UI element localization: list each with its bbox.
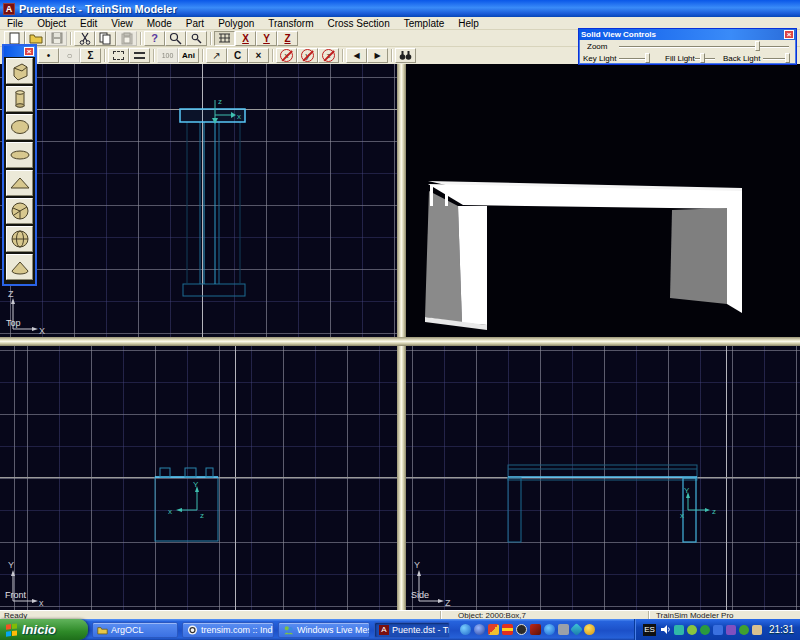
- back-light-slider-thumb[interactable]: [785, 53, 790, 63]
- start-button[interactable]: Inicio: [0, 619, 88, 640]
- create-globe-button[interactable]: [6, 226, 33, 252]
- animation-button[interactable]: Ani: [178, 48, 199, 63]
- select-region-button[interactable]: [108, 48, 129, 63]
- tray-icon[interactable]: [726, 625, 736, 635]
- find-button[interactable]: [395, 48, 416, 63]
- diamond-icon[interactable]: [570, 623, 583, 636]
- axis-y-button[interactable]: Y: [256, 31, 277, 46]
- internet-explorer-icon[interactable]: [544, 624, 555, 635]
- menu-view[interactable]: View: [104, 17, 140, 30]
- create-wedge-button[interactable]: [6, 170, 33, 196]
- menu-object[interactable]: Object: [30, 17, 73, 30]
- quick-launch-icon[interactable]: [558, 624, 569, 635]
- viewport-axis-v-label: Y: [8, 560, 14, 570]
- fill-light-slider-thumb[interactable]: [700, 53, 705, 63]
- viewport-splitter-horizontal[interactable]: [0, 337, 800, 346]
- solid-view-controls-close-button[interactable]: ×: [784, 30, 794, 39]
- taskbar-clock[interactable]: 21:31: [769, 624, 794, 635]
- title-bar[interactable]: A Puente.dst - TrainSim Modeler: [0, 0, 800, 17]
- flag-icon[interactable]: [502, 624, 513, 635]
- tray-icon[interactable]: [687, 625, 697, 635]
- palette-close-button[interactable]: ×: [24, 47, 34, 56]
- solid-view-controls-titlebar[interactable]: Solid View Controls ×: [579, 29, 796, 40]
- task-label: ArgOCL: [111, 625, 144, 635]
- scale-100-button[interactable]: 100: [157, 48, 178, 63]
- menu-file[interactable]: File: [0, 17, 30, 30]
- circle-button[interactable]: ○: [59, 48, 80, 63]
- menu-cross-section[interactable]: Cross Section: [320, 17, 396, 30]
- viewport-top[interactable]: z x Z Top X: [0, 64, 397, 337]
- binoculars-icon: [399, 50, 412, 61]
- rotate-tool-button[interactable]: C: [227, 48, 248, 63]
- gizmo-x-label: x: [168, 507, 172, 516]
- toolbar-separator: [67, 31, 74, 46]
- menu-transform[interactable]: Transform: [261, 17, 320, 30]
- align-button[interactable]: [129, 48, 150, 63]
- previous-button[interactable]: ◀: [346, 48, 367, 63]
- viewport-3d[interactable]: [406, 64, 800, 337]
- point-icon: •: [47, 50, 51, 61]
- task-button-trensim[interactable]: trensim.com :: Indice ...: [182, 622, 274, 638]
- create-cone-button[interactable]: [6, 254, 33, 280]
- task-label: trensim.com :: Indice ...: [201, 625, 274, 635]
- task-button-puente-active[interactable]: A Puente.dst - TrainSim...: [374, 622, 450, 638]
- create-sphere-button[interactable]: [6, 114, 33, 140]
- shape-palette-titlebar[interactable]: ×: [4, 46, 35, 57]
- create-box-button[interactable]: [6, 58, 33, 84]
- quick-launch-icon[interactable]: [530, 624, 541, 635]
- axis-y-label: Y: [263, 33, 270, 44]
- quick-launch-icon[interactable]: [474, 624, 485, 635]
- zoom-out-button[interactable]: [186, 31, 207, 46]
- viewport-front[interactable]: Y x z Y Front x: [0, 346, 397, 610]
- paste-button[interactable]: [116, 31, 137, 46]
- tray-icon[interactable]: [713, 625, 723, 635]
- quick-launch-icon[interactable]: [516, 624, 527, 635]
- lock-x-button[interactable]: x: [276, 48, 297, 63]
- toolbar-separator: [339, 48, 346, 63]
- language-indicator[interactable]: ES: [643, 624, 656, 636]
- key-light-slider-thumb[interactable]: [645, 53, 650, 63]
- toolbar-separator: [150, 48, 157, 63]
- solid-view-controls-window: Solid View Controls × Zoom Key Light Fil…: [578, 28, 797, 65]
- menu-polygon[interactable]: Polygon: [211, 17, 261, 30]
- task-button-messenger[interactable]: Windows Live Messen...: [278, 622, 370, 638]
- gizmo-y-label: Y: [193, 480, 199, 489]
- create-geosphere-button[interactable]: [6, 198, 33, 224]
- task-button-argocl[interactable]: ArgOCL: [92, 622, 178, 638]
- globe-icon[interactable]: [460, 624, 471, 635]
- lock-z-button[interactable]: z: [318, 48, 339, 63]
- axis-z-button[interactable]: Z: [277, 31, 298, 46]
- next-button[interactable]: ▶: [367, 48, 388, 63]
- quick-launch-icon[interactable]: [488, 624, 499, 635]
- save-button[interactable]: [46, 31, 67, 46]
- zoom-slider-thumb[interactable]: [755, 41, 760, 51]
- create-cylinder-button[interactable]: [6, 86, 33, 112]
- tray-icon[interactable]: [739, 625, 749, 635]
- tray-icon[interactable]: [700, 625, 710, 635]
- zoom-slider-track[interactable]: [619, 46, 789, 48]
- quick-launch-icon[interactable]: [584, 624, 595, 635]
- lock-y-button[interactable]: y: [297, 48, 318, 63]
- zoom-in-button[interactable]: [165, 31, 186, 46]
- move-tool-button[interactable]: ↗: [206, 48, 227, 63]
- sum-button[interactable]: Σ: [80, 48, 101, 63]
- menu-mode[interactable]: Mode: [140, 17, 179, 30]
- volume-icon[interactable]: [660, 624, 671, 635]
- tray-icon[interactable]: [674, 625, 684, 635]
- viewport-side[interactable]: Y z x Y Side Z: [406, 346, 800, 610]
- menu-edit[interactable]: Edit: [73, 17, 104, 30]
- axis-x-button[interactable]: X: [235, 31, 256, 46]
- create-disk-button[interactable]: [6, 142, 33, 168]
- grid-toggle-button[interactable]: [214, 31, 235, 46]
- menu-part[interactable]: Part: [179, 17, 211, 30]
- cut-button[interactable]: [74, 31, 95, 46]
- point-button[interactable]: •: [38, 48, 59, 63]
- menu-help[interactable]: Help: [451, 17, 486, 30]
- help-button[interactable]: ?: [144, 31, 165, 46]
- fill-light-slider-track[interactable]: [695, 58, 715, 60]
- copy-button[interactable]: [95, 31, 116, 46]
- viewport-axis-h-label: x: [39, 598, 44, 608]
- tray-icon[interactable]: [752, 625, 762, 635]
- menu-template[interactable]: Template: [397, 17, 452, 30]
- scale-tool-button[interactable]: ×: [248, 48, 269, 63]
